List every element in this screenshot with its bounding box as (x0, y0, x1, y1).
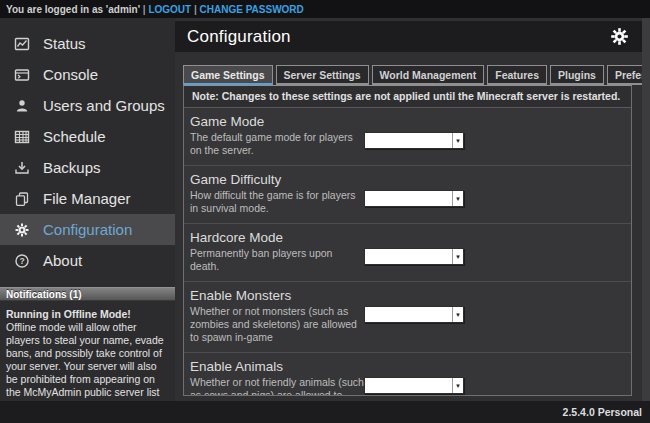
content-area: Status Console Users and Groups (0, 18, 650, 401)
version-label: 2.5.4.0 Personal (563, 406, 642, 418)
setting-description: Whether or not monsters (such as zombies… (190, 305, 364, 344)
tab-server-settings[interactable]: Server Settings (276, 65, 369, 85)
gear-icon (14, 222, 30, 238)
sidebar-item-label: File Manager (43, 190, 131, 207)
svg-text:?: ? (19, 256, 24, 266)
tab-features[interactable]: Features (487, 65, 547, 85)
setting-name: Game Difficulty (190, 172, 621, 187)
chevron-down-icon: ▼ (452, 307, 463, 322)
sidebar-item-configuration[interactable]: Configuration (0, 214, 175, 245)
sidebar-item-label: Configuration (43, 221, 132, 238)
select-value (365, 378, 452, 393)
enable-monsters-select[interactable]: ▼ (364, 306, 464, 323)
status-footer: 2.5.4.0 Personal (0, 401, 650, 423)
sidebar-item-file-manager[interactable]: File Manager (0, 183, 175, 214)
page-header: Configuration (175, 21, 642, 52)
sidebar-item-label: Console (43, 66, 98, 83)
sidebar-item-status[interactable]: Status (0, 28, 175, 59)
setting-description: Permanently ban players upon death. (190, 247, 364, 273)
sidebar-item-backups[interactable]: Backups (0, 152, 175, 183)
settings-gear-icon[interactable] (610, 27, 629, 46)
status-icon (14, 36, 30, 52)
select-value (365, 249, 452, 264)
setting-name: Enable Animals (190, 359, 621, 374)
console-icon (14, 67, 30, 83)
config-tabs: Game Settings Server Settings World Mana… (183, 65, 632, 85)
game-difficulty-select[interactable]: ▼ (364, 190, 464, 207)
notifications-header: Notifications (1) (0, 287, 175, 301)
login-status-bar: You are logged in as 'admin' | LOGOUT | … (0, 0, 650, 18)
sidebar-item-console[interactable]: Console (0, 59, 175, 90)
tab-world-management[interactable]: World Management (372, 65, 485, 85)
setting-name: Enable Monsters (190, 288, 621, 303)
setting-row-enable-animals: Enable Animals Whether or not friendly a… (184, 353, 631, 396)
sidebar-item-users-and-groups[interactable]: Users and Groups (0, 90, 175, 121)
sidebar-menu: Status Console Users and Groups (0, 18, 175, 276)
setting-row-hardcore-mode: Hardcore Mode Permanently ban players up… (184, 224, 631, 282)
sidebar-item-label: Users and Groups (43, 97, 165, 114)
setting-description: The default game mode for players on the… (190, 131, 364, 157)
logout-link[interactable]: LOGOUT (148, 4, 191, 15)
settings-panel: Note: Changes to these settings are not … (183, 85, 632, 396)
notification-text: Offline mode will allow other players to… (6, 321, 169, 401)
sidebar-item-schedule[interactable]: Schedule (0, 121, 175, 152)
setting-row-enable-monsters: Enable Monsters Whether or not monsters … (184, 282, 631, 353)
setting-description: Whether or not friendly animals (such as… (190, 376, 364, 396)
main-panel: Configuration Game Settings Server Setti… (175, 18, 650, 401)
sidebar-item-label: Schedule (43, 128, 106, 145)
sidebar-item-label: About (43, 252, 82, 269)
sidebar: Status Console Users and Groups (0, 18, 175, 401)
logged-in-text: You are logged in as 'admin' (6, 4, 140, 15)
separator: | (191, 4, 199, 15)
file-manager-icon (14, 191, 30, 207)
enable-animals-select[interactable]: ▼ (364, 377, 464, 394)
scrollbar-track[interactable] (642, 18, 650, 401)
sidebar-item-about[interactable]: ? About (0, 245, 175, 276)
chevron-down-icon: ▼ (452, 191, 463, 206)
chevron-down-icon: ▼ (452, 249, 463, 264)
notification-title: Running in Offline Mode! (6, 308, 169, 321)
setting-description: How difficult the game is for players in… (190, 189, 364, 215)
setting-name: Game Mode (190, 114, 621, 129)
setting-name: Hardcore Mode (190, 230, 621, 245)
mcmyadmin-app: You are logged in as 'admin' | LOGOUT | … (0, 0, 650, 423)
backups-icon (14, 160, 30, 176)
chevron-down-icon: ▼ (452, 133, 463, 148)
users-icon (14, 98, 30, 114)
select-value (365, 307, 452, 322)
separator: | (140, 4, 148, 15)
tab-plugins[interactable]: Plugins (550, 65, 604, 85)
schedule-icon (14, 129, 30, 145)
hardcore-mode-select[interactable]: ▼ (364, 248, 464, 265)
select-value (365, 133, 452, 148)
select-value (365, 191, 452, 206)
change-password-link[interactable]: CHANGE PASSWORD (200, 4, 304, 15)
game-mode-select[interactable]: ▼ (364, 132, 464, 149)
sidebar-item-label: Status (43, 35, 86, 52)
tab-game-settings[interactable]: Game Settings (183, 65, 273, 85)
notification-item: Running in Offline Mode! Offline mode wi… (0, 301, 175, 401)
question-icon: ? (14, 253, 30, 269)
chevron-down-icon: ▼ (452, 378, 463, 393)
setting-row-game-difficulty: Game Difficulty How difficult the game i… (184, 166, 631, 224)
setting-row-game-mode: Game Mode The default game mode for play… (184, 108, 631, 166)
page-title: Configuration (187, 27, 291, 47)
restart-note: Note: Changes to these settings are not … (184, 86, 631, 108)
sidebar-item-label: Backups (43, 159, 101, 176)
